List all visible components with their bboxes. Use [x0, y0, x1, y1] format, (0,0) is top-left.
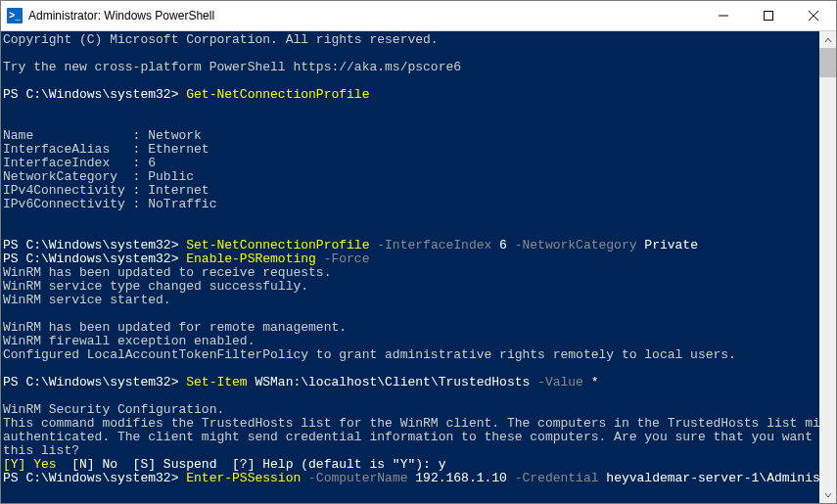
output-line: this list?: [3, 443, 79, 458]
command: Enter-PSSession: [186, 471, 301, 485]
prompt: PS C:\Windows\system32>: [3, 471, 186, 485]
argument: 192.168.1.10: [407, 471, 506, 485]
scroll-up-button[interactable]: [819, 31, 836, 48]
prompt: PS C:\Windows\system32>: [3, 375, 186, 389]
chevron-up-icon: [824, 36, 832, 44]
titlebar[interactable]: >_ Administrator: Windows PowerShell: [1, 1, 836, 31]
parameter: -Credential: [507, 471, 599, 485]
output-line: InterfaceIndex : 6: [3, 156, 156, 170]
prompt: PS C:\Windows\system32>: [3, 238, 186, 252]
argument: 6: [491, 238, 507, 252]
confirm-yes: [Y] Yes: [3, 457, 57, 472]
window-title: Administrator: Windows PowerShell: [28, 9, 214, 23]
prompt: PS C:\Windows\system32>: [3, 87, 186, 102]
chevron-down-icon: [824, 491, 832, 499]
svg-rect-1: [765, 12, 773, 21]
output-line: WinRM has been updated to receive reques…: [3, 265, 331, 280]
confirm-rest: [N] No [S] Suspend [?] Help (default is …: [57, 457, 446, 472]
output-line: WinRM Security Configuration.: [3, 402, 224, 417]
output-line: IPv6Connectivity : NoTraffic: [3, 197, 216, 211]
output-line: IPv4Connectivity : Internet: [3, 183, 209, 198]
powershell-window: >_ Administrator: Windows PowerShell Cop…: [0, 0, 837, 504]
vertical-scrollbar[interactable]: [819, 31, 836, 503]
output-line: This command modifies the TrustedHosts l…: [3, 416, 819, 431]
minimize-button[interactable]: [701, 1, 746, 30]
command: Enable-PSRemoting: [186, 252, 316, 266]
argument: WSMan:\localhost\Client\TrustedHosts: [248, 375, 531, 389]
console-output[interactable]: Copyright (C) Microsoft Corporation. All…: [1, 31, 819, 503]
command: Get-NetConnectionProfile: [186, 87, 369, 102]
scroll-thumb[interactable]: [819, 48, 836, 77]
minimize-icon: [719, 11, 728, 21]
output-line: Copyright (C) Microsoft Corporation. All…: [3, 32, 439, 47]
output-line: WinRM service type changed successfully.: [3, 279, 308, 294]
output-line: Name : Network: [3, 128, 202, 143]
powershell-icon-glyph: >_: [9, 11, 20, 21]
output-line: Configured LocalAccountTokenFilterPolicy…: [3, 347, 736, 362]
argument: *: [583, 375, 599, 389]
close-button[interactable]: [791, 1, 836, 30]
maximize-button[interactable]: [746, 1, 791, 30]
argument: heyvaldemar-server-1\Administrator: [599, 471, 819, 485]
parameter: -ComputerName: [301, 471, 407, 485]
command: Set-NetConnectionProfile: [186, 238, 369, 252]
parameter: -Value: [530, 375, 583, 389]
output-line: authenticated. The client might send cre…: [3, 430, 819, 444]
close-icon: [809, 11, 818, 21]
output-line: WinRM has been updated for remote manage…: [3, 320, 347, 335]
command: Set-Item: [186, 375, 247, 389]
maximize-icon: [764, 11, 773, 21]
output-line: WinRM service started.: [3, 293, 171, 307]
powershell-icon: >_: [7, 8, 23, 23]
argument: Private: [637, 238, 698, 252]
parameter: -Force: [316, 252, 370, 266]
output-line: WinRM firewall exception enabled.: [3, 334, 255, 348]
output-line: NetworkCategory : Public: [3, 169, 194, 184]
parameter: -InterfaceIndex: [369, 238, 491, 252]
output-line: Try the new cross-platform PowerShell ht…: [3, 60, 461, 74]
prompt: PS C:\Windows\system32>: [3, 252, 186, 266]
client-area: Copyright (C) Microsoft Corporation. All…: [1, 31, 836, 503]
output-line: InterfaceAlias : Ethernet: [3, 142, 209, 157]
parameter: -NetworkCategory: [507, 238, 637, 252]
scroll-down-button[interactable]: [819, 486, 836, 503]
